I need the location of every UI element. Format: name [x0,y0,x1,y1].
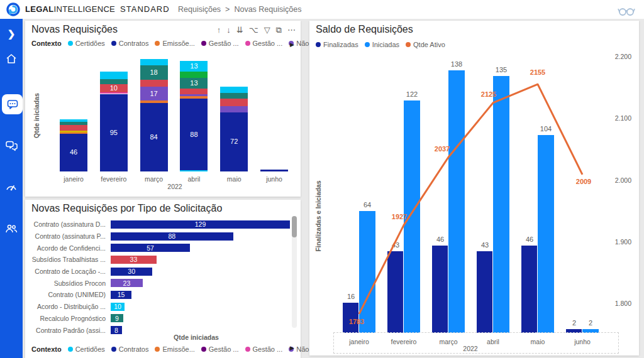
stacked-bar-segment[interactable] [60,125,87,131]
legend-item-certid-es[interactable]: Certidões [68,40,105,47]
legend-item-emiss-e-[interactable]: Emissõe... [155,345,194,353]
stacked-bar-segment[interactable]: 18 [140,65,168,80]
stacked-bar-segment[interactable] [60,131,87,133]
focus-mode-icon[interactable]: ⧉ [276,26,282,35]
stacked-bar-segment[interactable] [220,106,248,112]
horizontal-bar[interactable]: 10 [111,303,125,311]
legend-item-contratos[interactable]: Contratos [111,40,149,47]
stacked-bar-segment[interactable] [60,133,87,134]
horizontal-bar[interactable]: 15 [111,291,131,299]
legend-scroll-right-icon[interactable]: ▶ [290,41,294,48]
legend-item-gest-o-[interactable]: Gestão ... [245,345,283,353]
legend-dot-icon [111,41,116,46]
iniciadas-bar[interactable] [538,135,554,333]
legend-label: Gestão ... [253,40,283,47]
stacked-bar-segment[interactable] [220,99,248,106]
bar-row: Contrato (UNIMED)15 [30,289,294,301]
legend-scroll-right-icon[interactable]: ▶ [290,345,294,351]
stacked-bar-segment[interactable] [60,119,87,122]
horizontal-bar[interactable]: 30 [111,268,152,276]
stacked-bar-segment[interactable] [60,122,87,125]
stacked-bar-segment[interactable] [220,93,248,99]
stacked-bar-segment[interactable] [100,92,128,94]
stacked-bar-segment[interactable] [140,100,168,103]
stacked-bar-segment[interactable]: 10 [100,84,128,92]
bar-row: Subsídios Trabalhistas ...33 [30,254,294,266]
iniciadas-bar[interactable] [448,70,465,333]
more-options-icon[interactable]: ⋯ [287,26,296,35]
horizontal-bar[interactable]: 129 [111,220,290,229]
vertical-scrollbar[interactable] [292,216,297,328]
stacked-bar-segment[interactable] [180,72,208,78]
home-icon [5,53,18,65]
horizontal-bar[interactable]: 23 [111,279,143,287]
combo-chart-plot: 1664janeiro43122fevereiro46138março43135… [309,21,639,355]
legend-item-contratos[interactable]: Contratos [111,345,149,353]
sidebar-item-home[interactable] [0,49,23,69]
horizontal-bar-plot: Contrato (assinatura D...129Contrato (as… [30,219,294,336]
horizontal-bar[interactable]: 57 [111,244,190,252]
finalizadas-bar[interactable] [521,246,537,333]
segment-value-label: 18 [140,65,168,80]
stacked-bar-segment[interactable] [140,80,168,86]
legend-item-gest-o-[interactable]: Gestão ... [245,40,283,47]
iniciadas-bar[interactable] [359,211,375,333]
qtde-ativo-value-label: 2155 [530,68,545,76]
iniciadas-bar[interactable] [493,76,509,333]
x-axis-category-label: junho [266,175,282,183]
bar-row: Contrato (assinatura P...88 [30,231,294,242]
filter-icon[interactable]: ▽ [264,26,270,35]
x-axis-year-label: 2022 [167,183,182,190]
legend-item-certid-es[interactable]: Certidões [68,345,105,353]
drill-down-icon[interactable]: ↓ [226,26,231,35]
stacked-bar-segment[interactable] [100,72,128,79]
stacked-bar-segment[interactable]: 84 [140,103,168,171]
stacked-bar-segment[interactable] [180,89,208,94]
stacked-bar-segment[interactable] [180,96,208,99]
stacked-bar-segment[interactable] [180,170,208,171]
stacked-bar-segment[interactable] [100,79,128,84]
sidebar-item-requests-selected[interactable] [2,94,23,114]
legend-item-gest-o-[interactable]: Gestão ... [201,345,239,353]
scrollbar-thumb[interactable] [292,216,297,237]
finalizadas-bar[interactable] [432,246,448,333]
brand-regular: INTELLIGENCE [54,4,116,14]
stacked-bar-segment[interactable] [220,87,248,93]
horizontal-bar[interactable]: 9 [111,314,123,322]
stacked-bar-segment[interactable]: 88 [180,99,208,170]
breadcrumb-item-requisicoes[interactable]: Requisições [178,5,221,14]
drill-up-icon[interactable]: ↑ [217,26,221,35]
stacked-bar-segment[interactable]: 46 [60,134,87,171]
sidebar-item-dashboard[interactable] [0,177,23,197]
stacked-bar-segment[interactable]: 95 [100,94,128,172]
stacked-bar-segment[interactable] [260,170,288,171]
breadcrumb-item-novas-requisicoes[interactable]: Novas Requisições [234,5,301,14]
iniciadas-bar[interactable] [582,329,599,333]
segment-value-label: 95 [100,94,128,172]
horizontal-bar[interactable]: 33 [111,256,157,264]
bar-row: Contrato (assinatura D...129 [30,219,294,231]
sidebar-item-users[interactable] [0,219,23,239]
go-to-next-level-icon[interactable]: ⇊ [236,26,243,35]
horizontal-bar[interactable]: 8 [111,326,122,334]
sidebar-item-conversations[interactable] [0,136,23,156]
finalizadas-bar[interactable] [566,329,582,333]
iniciadas-value-label: 135 [496,66,507,73]
horizontal-bar[interactable]: 88 [111,232,233,241]
stacked-bar-segment[interactable]: 72 [220,112,248,171]
stacked-bar-segment[interactable] [140,59,168,65]
sidebar-expand-button[interactable]: ❯ [0,24,23,44]
legend-item-emiss-e-[interactable]: Emissõe... [155,40,194,47]
reading-view-glasses-icon[interactable] [618,4,635,17]
stacked-bar-segment[interactable]: 13 [180,61,208,72]
finalizadas-bar[interactable] [387,251,403,333]
expand-all-icon[interactable]: ⌥ [249,26,258,35]
stacked-bar-segment[interactable]: 13 [180,78,208,89]
legend-item-gest-o-[interactable]: Gestão ... [201,40,239,47]
chat-dots-icon [6,98,19,111]
finalizadas-bar[interactable] [477,251,492,333]
stacked-bar-segment[interactable] [180,94,208,96]
app-header: LEGALINTELLIGENCESTANDARD Requisições>No… [0,0,644,19]
legend-label: Contratos [119,40,149,47]
stacked-bar-segment[interactable]: 17 [140,87,168,100]
